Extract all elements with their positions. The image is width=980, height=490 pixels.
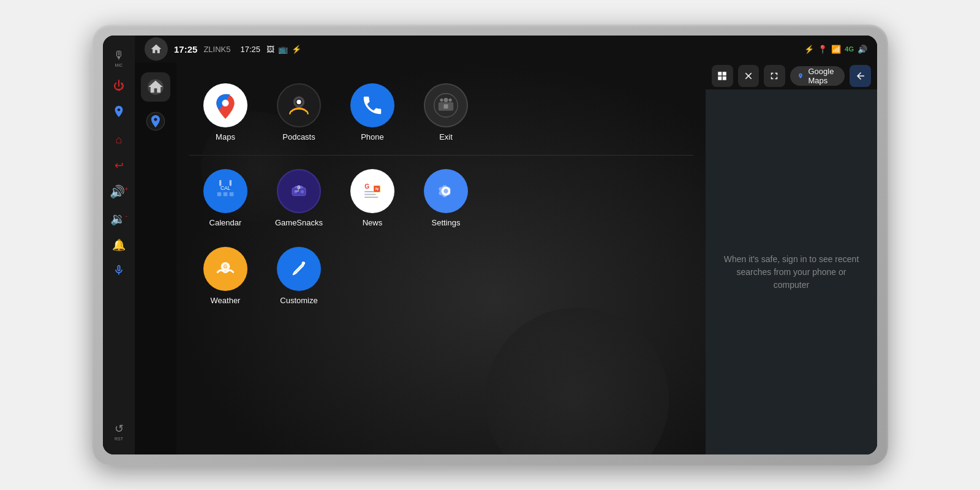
image-icon: 🖼 [266, 45, 274, 54]
calendar-icon: CAL [203, 169, 247, 213]
app-customize[interactable]: Customize [262, 238, 336, 314]
status-bar: 17:25 ZLINK5 17:25 🖼 📺 ⚡ ⚡ 📍 📶 4G 🔊 [135, 36, 877, 62]
bell-control[interactable]: 🔔 [103, 232, 135, 258]
status-time1: 17:25 [174, 44, 197, 55]
maps-close-button[interactable] [738, 65, 760, 87]
usb-icon: ⚡ [292, 45, 301, 54]
app-podcasts[interactable]: Podcasts [262, 75, 336, 150]
app-phone[interactable]: Phone [336, 75, 409, 150]
weather-label: Weather [211, 296, 241, 305]
maps-panel: Google Maps When it's safe, sign in to s… [706, 62, 877, 454]
main-screen: 17:25 ZLINK5 17:25 🖼 📺 ⚡ ⚡ 📍 📶 4G 🔊 [135, 36, 877, 454]
mic-control[interactable]: 🎙 MIC [103, 43, 135, 74]
customize-icon [277, 247, 321, 291]
rst-control[interactable]: ↺ RST [103, 416, 135, 447]
screen-icon: 📺 [278, 45, 288, 54]
svg-point-6 [444, 98, 448, 102]
podcasts-label: Podcasts [282, 132, 315, 141]
maps-expand-button[interactable] [764, 65, 785, 87]
home-icon: ⌂ [116, 134, 123, 146]
settings-icon [424, 169, 468, 213]
home-control[interactable]: ⌂ [103, 127, 135, 153]
app-maps[interactable]: Maps [189, 75, 262, 150]
app-exit[interactable]: Exit [409, 75, 483, 150]
app-grid-area: Maps [176, 62, 706, 454]
maps-label: Maps [216, 132, 235, 141]
exit-icon [424, 83, 468, 127]
app-row-1: Maps [189, 75, 693, 150]
maps-signin-text: When it's safe, sign in to see recent se… [718, 253, 865, 292]
mic-icon: 🎙 [113, 49, 124, 62]
settings-label: Settings [432, 218, 461, 227]
maps-nav-control[interactable] [103, 99, 135, 127]
power-icon: ⏻ [113, 80, 124, 92]
device-inner: 🎙 MIC ⏻ ⌂ ↩ 🔊+ [103, 36, 877, 454]
app-calendar[interactable]: CAL Calendar [189, 160, 262, 236]
wifi-icon: 📶 [831, 45, 841, 54]
back-icon: ↩ [115, 159, 124, 172]
svg-rect-9 [444, 104, 448, 108]
svg-text:G: G [224, 264, 227, 270]
row-divider-1 [189, 155, 693, 156]
status-time2: 17:25 [240, 45, 260, 54]
left-controls: 🎙 MIC ⏻ ⌂ ↩ 🔊+ [103, 36, 135, 454]
device-outer: 🎙 MIC ⏻ ⌂ ↩ 🔊+ [92, 24, 888, 466]
4g-icon: 4G [845, 45, 854, 53]
app-news[interactable]: G N News [336, 160, 409, 236]
svg-point-8 [448, 99, 451, 102]
svg-point-38 [302, 262, 306, 265]
app-settings[interactable]: Settings [409, 160, 483, 236]
phone-icon [350, 83, 394, 127]
news-icon: G N [350, 169, 394, 213]
svg-point-21 [294, 190, 298, 194]
screen-content: Maps [135, 62, 877, 454]
news-label: News [363, 218, 383, 227]
weather-icon: G [203, 247, 247, 291]
mic-label: MIC [115, 63, 123, 67]
vol-down-icon: 🔉- [110, 211, 127, 226]
gamesnacks-icon: G [277, 169, 321, 213]
maps-grid-button[interactable] [712, 65, 733, 87]
maps-panel-content: When it's safe, sign in to see recent se… [706, 89, 877, 454]
back-control[interactable]: ↩ [103, 153, 135, 178]
rst-label: RST [115, 437, 123, 441]
maps-search-bar[interactable]: Google Maps [790, 66, 845, 86]
home-nav-button[interactable] [145, 37, 168, 61]
vol-down-control[interactable]: 🔉- [103, 205, 135, 232]
svg-text:G: G [298, 185, 301, 189]
gamesnacks-label: GameSnacks [275, 218, 323, 227]
nav-home-button[interactable] [141, 72, 170, 102]
status-icons: 🖼 📺 ⚡ ⚡ 📍 📶 4G 🔊 [266, 45, 867, 54]
app-weather[interactable]: G Weather [189, 238, 262, 314]
svg-text:N: N [375, 186, 379, 192]
svg-point-37 [287, 257, 311, 281]
nav-maps-button[interactable] [141, 107, 170, 136]
svg-rect-16 [224, 192, 228, 197]
voice-control[interactable] [103, 258, 135, 285]
status-network: ZLINK5 [203, 45, 230, 54]
podcasts-icon [277, 83, 321, 127]
bell-icon: 🔔 [112, 238, 126, 252]
svg-text:CAL: CAL [221, 185, 231, 191]
customize-label: Customize [280, 296, 317, 305]
rst-icon: ↺ [115, 422, 124, 435]
left-nav [135, 62, 176, 454]
svg-text:G: G [364, 183, 369, 190]
app-row-3: G Weather [189, 238, 693, 314]
voice-icon [113, 264, 125, 279]
maps-back-button[interactable] [850, 65, 871, 87]
vol-up-icon: 🔊+ [110, 184, 129, 199]
svg-rect-17 [230, 192, 234, 197]
maps-search-text: Google Maps [808, 67, 837, 85]
svg-rect-29 [364, 197, 378, 198]
svg-point-3 [296, 100, 301, 104]
exit-label: Exit [439, 132, 453, 141]
app-gamesnacks[interactable]: G GameSnacks [262, 160, 336, 236]
maps-nav-icon [112, 105, 126, 121]
maps-icon [203, 83, 247, 127]
bluetooth-icon: ⚡ [804, 45, 814, 54]
power-control[interactable]: ⏻ [103, 74, 135, 99]
calendar-label: Calendar [209, 218, 242, 227]
vol-up-control[interactable]: 🔊+ [103, 178, 135, 205]
volume-icon: 🔊 [858, 45, 867, 54]
